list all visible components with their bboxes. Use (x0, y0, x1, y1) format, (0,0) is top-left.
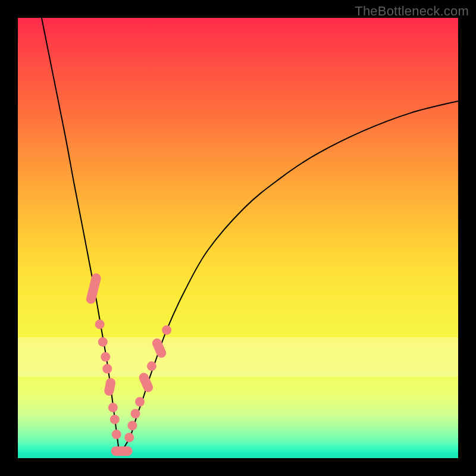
data-marker (104, 377, 117, 397)
data-marker (124, 433, 134, 442)
marker-group (85, 273, 171, 456)
data-marker (110, 415, 120, 424)
highlight-band (18, 337, 458, 377)
chart-svg (18, 18, 458, 458)
data-marker (112, 430, 121, 439)
data-marker (127, 421, 137, 430)
data-marker (95, 320, 105, 329)
watermark-text: TheBottleneck.com (355, 4, 469, 19)
data-marker (101, 352, 110, 362)
data-marker (102, 364, 112, 374)
data-marker (111, 446, 133, 456)
data-marker (137, 371, 154, 394)
bottleneck-curve (42, 18, 458, 454)
data-marker (147, 361, 156, 371)
data-marker (98, 337, 108, 347)
data-marker (135, 397, 145, 406)
curve-path (42, 18, 458, 454)
data-marker (151, 337, 167, 359)
chart-frame: TheBottleneck.com (0, 0, 476, 476)
data-marker (108, 403, 118, 412)
data-marker (131, 409, 140, 418)
data-marker (162, 325, 171, 335)
data-marker (85, 273, 102, 305)
plot-area (18, 18, 458, 458)
